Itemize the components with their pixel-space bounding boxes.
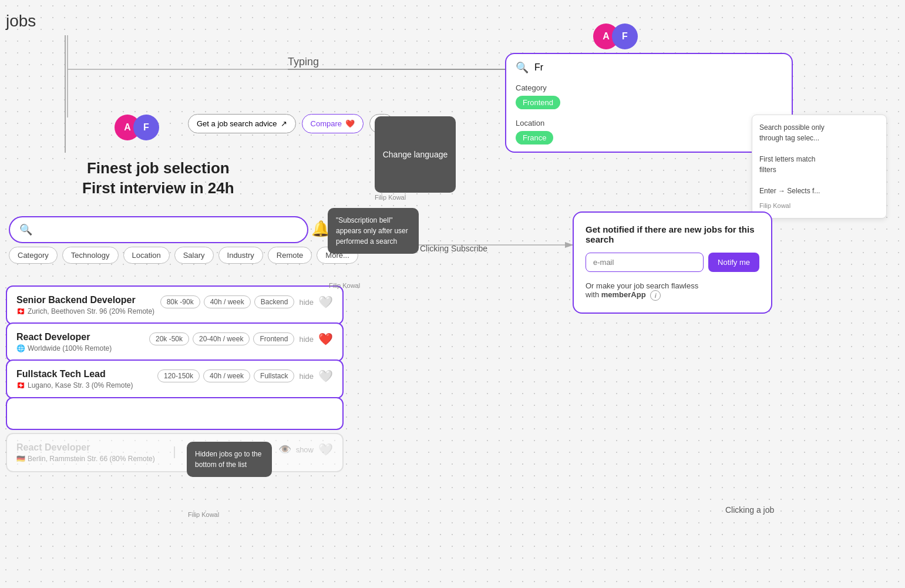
tagline-line1: Finest job selection <box>82 159 234 179</box>
job-card-1-header: Senior Backend Developer 🇨🇭 Zurich, Beet… <box>16 295 333 315</box>
right-search-input[interactable] <box>534 62 782 73</box>
eye-icon: 👁️ <box>278 443 291 456</box>
job-card-1-tags: 80k -90k 40h / week Backend <box>160 295 295 308</box>
job-card-hidden-actions: 👁️ show 🤍 <box>278 442 333 456</box>
typing-label: Typing <box>288 56 319 68</box>
hidden-jobs-text: Hidden jobs go to the bottom of the list <box>195 450 261 469</box>
right-search-panel: 🔍 Category Frontend Location France <box>505 53 793 153</box>
with-text: with <box>586 290 601 299</box>
notification-title: Get notified if there are new jobs for t… <box>586 224 759 244</box>
category-label: Category <box>516 83 782 92</box>
job-card-1-like[interactable]: 🤍 <box>318 295 333 309</box>
job-card-1-flag: 🇨🇭 <box>16 307 25 315</box>
hidden-jobs-annotation: Hidden jobs go to the bottom of the list <box>187 442 272 477</box>
job-card-2-location-text: Worldwide (100% Remote) <box>28 344 112 352</box>
job-card-hidden-title: React Developer <box>16 442 155 453</box>
heart-icon-compare: ❤️ <box>345 119 355 128</box>
search-bar: 🔍 <box>9 216 308 243</box>
job-card-1-title: Senior Backend Developer <box>16 295 154 305</box>
job-card-hidden-flag: 🇩🇪 <box>16 455 25 463</box>
action-buttons-row: Get a job search advice ↗ Compare ❤️ 🌐 <box>188 114 394 133</box>
notify-button[interactable]: Notify me <box>708 253 759 272</box>
job-card-2-category: Frontend <box>253 332 294 345</box>
filter-tags-row: Category Technology Location Salary Indu… <box>9 247 358 264</box>
filter-technology[interactable]: Technology <box>62 247 119 264</box>
filter-industry[interactable]: Industry <box>218 247 263 264</box>
search-icon: 🔍 <box>19 223 32 236</box>
job-card-2-header: React Developer 🌐 Worldwide (100% Remote… <box>16 332 333 352</box>
filter-remote[interactable]: Remote <box>268 247 312 264</box>
info-icon[interactable]: i <box>650 290 661 301</box>
job-card-2-hours: 20-40h / week <box>193 332 250 345</box>
job-card-2-title: React Developer <box>16 332 112 342</box>
email-row: Notify me <box>586 253 759 272</box>
tooltip-line5: Enter → Selects f... <box>759 186 879 196</box>
job-card-3-hide[interactable]: hide <box>299 372 314 381</box>
search-container: 🔍 <box>9 216 308 243</box>
right-search-icon: 🔍 <box>516 61 529 74</box>
category-tag[interactable]: Frontend <box>516 96 560 109</box>
job-card-1[interactable]: Senior Backend Developer 🇨🇭 Zurich, Beet… <box>6 285 344 325</box>
job-card-2[interactable]: React Developer 🌐 Worldwide (100% Remote… <box>6 322 344 362</box>
tooltip-line3: First letters match <box>759 154 879 164</box>
subscribe-annotation-text: "Subscription bell" appears only after u… <box>336 216 408 246</box>
job-card-hidden-show[interactable]: show <box>296 445 314 454</box>
job-card-1-info: Senior Backend Developer 🇨🇭 Zurich, Beet… <box>16 295 154 315</box>
job-card-3-actions: 120-150k 40h / week Fullstack hide 🤍 <box>157 369 333 383</box>
advice-button[interactable]: Get a job search advice ↗ <box>188 114 296 133</box>
job-card-1-location-text: Zurich, Beethoven Str. 96 (20% Remote) <box>28 307 154 315</box>
location-label: Location <box>516 119 782 127</box>
email-input[interactable] <box>586 253 704 272</box>
job-card-hidden-like[interactable]: 🤍 <box>318 442 333 456</box>
job-card-empty <box>6 397 344 430</box>
member-app-text: memberApp <box>601 290 646 299</box>
job-card-3-info: Fullstack Tech Lead 🇨🇭 Lugano, Kase Str.… <box>16 369 133 389</box>
avatar-f-left: F <box>133 115 159 140</box>
advice-icon: ↗ <box>281 119 287 128</box>
job-card-3-flag: 🇨🇭 <box>16 381 25 389</box>
search-input[interactable] <box>38 225 298 235</box>
job-card-2-tags: 20k -50k 20-40h / week Frontend <box>149 332 294 345</box>
tooltip-line2: through tag selec... <box>759 133 879 143</box>
job-card-3-hours: 40h / week <box>203 369 250 382</box>
job-card-3-location-text: Lugano, Kase Str. 3 (0% Remote) <box>28 381 133 389</box>
job-card-1-hours: 40h / week <box>204 295 251 308</box>
filter-category[interactable]: Category <box>9 247 58 264</box>
avatar-f-right: F <box>612 23 638 49</box>
job-card-1-location: 🇨🇭 Zurich, Beethoven Str. 96 (20% Remote… <box>16 307 154 315</box>
location-tag[interactable]: France <box>516 131 553 145</box>
job-card-2-salary: 20k -50k <box>149 332 189 345</box>
job-card-2-like[interactable]: ❤️ <box>318 332 333 346</box>
job-card-1-hide[interactable]: hide <box>299 298 314 307</box>
filter-location[interactable]: Location <box>123 247 170 264</box>
clicking-subscribe-label: Clicking Subscribe <box>420 244 487 253</box>
tooltip-line4: filters <box>759 164 879 175</box>
member-text: Or make your job search flawless with me… <box>586 281 759 301</box>
job-card-3-salary: 120-150k <box>157 369 200 382</box>
or-text: Or make your job search flawless <box>586 281 698 290</box>
job-card-hidden-location: 🇩🇪 Berlin, Rammstein Str. 66 (80% Remote… <box>16 455 155 463</box>
job-card-hidden[interactable]: React Developer 🇩🇪 Berlin, Rammstein Str… <box>6 433 344 472</box>
change-language-label: Change language <box>383 150 448 159</box>
tagline-line2: First interview in 24h <box>82 179 234 199</box>
avatar-group-left: A F <box>115 115 159 140</box>
app-title: jobs <box>6 12 36 31</box>
job-card-hidden-header: React Developer 🇩🇪 Berlin, Rammstein Str… <box>16 442 333 463</box>
job-card-3[interactable]: Fullstack Tech Lead 🇨🇭 Lugano, Kase Str.… <box>6 359 344 399</box>
job-card-1-salary: 80k -90k <box>160 295 200 308</box>
job-card-3-title: Fullstack Tech Lead <box>16 369 133 379</box>
job-card-2-info: React Developer 🌐 Worldwide (100% Remote… <box>16 332 112 352</box>
notification-widget: Get notified if there are new jobs for t… <box>573 211 772 314</box>
job-card-2-flag: 🌐 <box>16 344 25 352</box>
advice-button-label: Get a job search advice <box>197 119 277 128</box>
job-card-2-hide[interactable]: hide <box>299 335 314 344</box>
subscribe-annotation: "Subscription bell" appears only after u… <box>328 208 419 254</box>
filter-salary[interactable]: Salary <box>174 247 214 264</box>
job-card-1-category: Backend <box>254 295 295 308</box>
compare-button-label: Compare <box>311 119 342 128</box>
change-language-author: Filip Kowal <box>375 194 406 201</box>
job-card-2-location: 🌐 Worldwide (100% Remote) <box>16 344 112 352</box>
job-card-3-like[interactable]: 🤍 <box>318 369 333 383</box>
clicking-job-label: Clicking a job <box>725 505 774 515</box>
compare-button[interactable]: Compare ❤️ <box>302 114 364 133</box>
